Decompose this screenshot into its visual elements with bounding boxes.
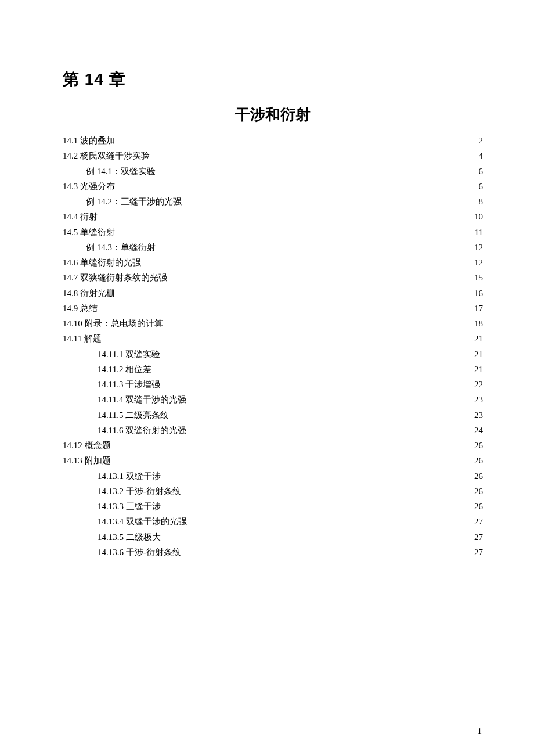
toc-entry-label: 14.9 总结: [63, 301, 98, 316]
toc-leader: [111, 455, 471, 463]
toc-entry-label: 14.12 概念题: [63, 438, 111, 453]
toc-entry-page: 22: [470, 377, 483, 392]
toc-leader: [115, 181, 470, 189]
toc-entry[interactable]: 14.4 衍射10: [63, 209, 483, 224]
chapter-heading: 第 14 章: [63, 69, 483, 91]
toc-leader: [150, 150, 470, 159]
toc-entry[interactable]: 14.13.6 干涉-衍射条纹27: [63, 545, 483, 560]
toc-entry-label: 14.7 双狭缝衍射条纹的光强: [63, 270, 167, 285]
toc-entry-page: 12: [470, 240, 483, 255]
toc-entry-label: 14.13.2 干涉-衍射条纹: [98, 484, 181, 499]
toc-entry-page: 26: [470, 499, 483, 514]
toc-leader: [160, 379, 470, 387]
toc-entry[interactable]: 14.11.2 相位差21: [63, 362, 483, 377]
toc-entry-label: 14.13.3 三缝干涉: [98, 499, 161, 514]
toc-entry-page: 26: [470, 438, 483, 453]
toc-entry-page: 15: [470, 270, 483, 285]
toc-entry[interactable]: 14.10 附录：总电场的计算18: [63, 316, 483, 331]
toc-entry-page: 27: [470, 530, 483, 545]
page: 第 14 章 干涉和衍射 14.1 波的叠加214.2 杨氏双缝干涉实验4例 1…: [0, 0, 534, 756]
toc-leader: [156, 242, 470, 250]
toc-entry-page: 16: [470, 286, 483, 301]
toc-entry[interactable]: 14.11.3 干涉增强22: [63, 377, 483, 392]
toc-leader: [182, 196, 470, 204]
toc-entry[interactable]: 例 14.1：双缝实验6: [63, 164, 483, 179]
toc-leader: [161, 470, 470, 479]
toc-entry[interactable]: 14.9 总结17: [63, 301, 483, 316]
toc-leader: [98, 211, 470, 219]
toc-leader: [141, 257, 470, 265]
toc-leader: [111, 440, 471, 448]
toc-entry-label: 14.11.6 双缝衍射的光强: [98, 423, 186, 438]
toc-entry[interactable]: 14.2 杨氏双缝干涉实验4: [63, 148, 483, 163]
toc-entry[interactable]: 14.13.3 三缝干涉26: [63, 499, 483, 514]
toc-leader: [186, 394, 470, 402]
toc-entry[interactable]: 14.13.1 双缝干涉26: [63, 469, 483, 484]
toc-leader: [167, 272, 470, 280]
toc-leader: [163, 318, 471, 326]
toc-leader: [160, 348, 470, 357]
toc-entry-page: 6: [470, 179, 483, 194]
toc-entry-page: 6: [470, 164, 483, 179]
toc-entry-page: 11: [470, 225, 483, 240]
toc-entry-page: 23: [470, 408, 483, 423]
toc-entry-label: 例 14.2：三缝干涉的光强: [86, 194, 182, 209]
toc-entry-label: 14.11.2 相位差: [98, 362, 151, 377]
toc-entry-page: 18: [470, 316, 483, 331]
toc-entry-label: 14.13.6 干涉-衍射条纹: [98, 545, 181, 560]
toc-leader: [151, 363, 470, 372]
toc-leader: [169, 409, 470, 418]
toc-leader: [156, 165, 470, 174]
toc-entry[interactable]: 14.3 光强分布6: [63, 179, 483, 194]
toc-entry[interactable]: 例 14.2：三缝干涉的光强8: [63, 194, 483, 209]
toc-entry[interactable]: 14.11.6 双缝衍射的光强24: [63, 423, 483, 438]
toc-entry[interactable]: 14.13.5 二级极大27: [63, 530, 483, 545]
toc-entry-label: 14.10 附录：总电场的计算: [63, 316, 163, 331]
toc-entry[interactable]: 例 14.3：单缝衍射12: [63, 240, 483, 255]
toc-entry[interactable]: 14.1 波的叠加2: [63, 133, 483, 148]
toc-entry-page: 26: [470, 469, 483, 484]
toc-leader: [186, 424, 470, 433]
toc-entry-page: 2: [470, 133, 483, 148]
toc-entry-label: 14.13.4 双缝干涉的光强: [98, 514, 187, 529]
toc-entry-page: 17: [470, 301, 483, 316]
toc-entry-label: 14.3 光强分布: [63, 179, 115, 194]
toc-leader: [115, 226, 470, 235]
toc-entry[interactable]: 14.13 附加题26: [63, 453, 483, 468]
toc-entry-label: 14.11.1 双缝实验: [98, 347, 160, 362]
toc-entry[interactable]: 14.13.4 双缝干涉的光强27: [63, 514, 483, 529]
toc-entry[interactable]: 14.11.1 双缝实验21: [63, 347, 483, 362]
toc-entry-label: 14.13 附加题: [63, 453, 111, 468]
toc-entry[interactable]: 14.11.4 双缝干涉的光强23: [63, 392, 483, 407]
toc-entry-page: 8: [470, 194, 483, 209]
toc-entry[interactable]: 14.11.5 二级亮条纹23: [63, 408, 483, 423]
toc-entry-page: 27: [470, 514, 483, 529]
toc-entry-label: 14.4 衍射: [63, 209, 98, 224]
toc-entry-label: 14.6 单缝衍射的光强: [63, 255, 141, 270]
toc-entry[interactable]: 14.5 单缝衍射11: [63, 225, 483, 240]
toc-entry[interactable]: 14.8 衍射光栅16: [63, 286, 483, 301]
toc-entry-label: 14.2 杨氏双缝干涉实验: [63, 148, 150, 163]
toc-entry-label: 14.13.1 双缝干涉: [98, 469, 161, 484]
toc-entry[interactable]: 14.7 双狭缝衍射条纹的光强15: [63, 270, 483, 285]
toc-entry-page: 12: [470, 255, 483, 270]
toc-entry[interactable]: 14.11 解题21: [63, 331, 483, 346]
toc-leader: [181, 485, 470, 494]
toc-entry-label: 14.13.5 二级极大: [98, 530, 161, 545]
toc-entry[interactable]: 14.13.2 干涉-衍射条纹26: [63, 484, 483, 499]
toc-entry-page: 21: [470, 331, 483, 346]
page-number: 1: [478, 726, 482, 736]
toc-leader: [161, 501, 470, 509]
toc-entry-page: 26: [470, 453, 483, 468]
toc-entry-page: 27: [470, 545, 483, 560]
toc-entry[interactable]: 14.6 单缝衍射的光强12: [63, 255, 483, 270]
toc-entry-label: 14.11.5 二级亮条纹: [98, 408, 169, 423]
toc-leader: [102, 333, 470, 341]
toc-entry[interactable]: 14.12 概念题26: [63, 438, 483, 453]
toc-entry-page: 4: [470, 148, 483, 163]
toc-entry-page: 23: [470, 392, 483, 407]
toc-entry-label: 14.5 单缝衍射: [63, 225, 115, 240]
toc-leader: [115, 135, 470, 143]
toc-entry-label: 例 14.1：双缝实验: [86, 164, 156, 179]
toc-entry-page: 21: [470, 347, 483, 362]
